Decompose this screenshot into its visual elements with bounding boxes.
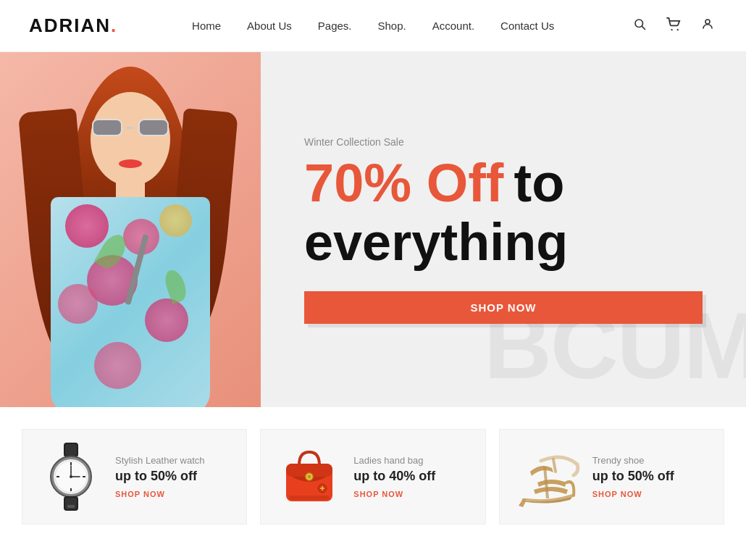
hero-section: BCUM Winter Collection Sale 70% Off to e… [0,52,746,407]
bag-info: Ladies hand bag up to 40% off SHOP NOW [353,455,435,498]
header-actions [630,14,717,37]
watch-info: Stylish Leather watch up to 50% off SHOP… [115,455,205,498]
shoes-discount: up to 50% off [592,469,674,484]
watch-discount: up to 50% off [115,469,205,484]
header: ADRIAN. Home About Us Pages. Shop. Accou… [0,0,746,52]
shop-now-button[interactable]: Shop Now [304,291,703,324]
product-card-shoes: Trendy shoe up to 50% off SHOP NOW [499,429,724,525]
logo: ADRIAN. [29,14,116,37]
svg-rect-19 [67,505,75,508]
fashion-figure [14,67,246,407]
svg-point-4 [705,20,710,24]
watch-name: Stylish Leather watch [115,455,205,466]
hero-image [0,52,261,407]
shoes-shop-link[interactable]: SHOP NOW [592,490,674,498]
nav-shop[interactable]: Shop. [377,20,406,32]
bag-svg [280,445,338,509]
product-card-bag: Ladies hand bag up to 40% off SHOP NOW [260,429,485,525]
main-nav: Home About Us Pages. Shop. Account. Cont… [192,20,554,32]
watch-shop-link[interactable]: SHOP NOW [115,490,205,498]
bag-name: Ladies hand bag [353,455,435,466]
svg-line-1 [642,26,645,29]
shoes-name: Trendy shoe [592,455,674,466]
search-button[interactable] [630,14,649,37]
nav-contact[interactable]: Contact Us [500,20,554,32]
nav-pages[interactable]: Pages. [318,20,352,32]
user-icon [701,17,714,30]
shoes-info: Trendy shoe up to 50% off SHOP NOW [592,455,674,498]
user-button[interactable] [698,14,717,37]
product-card-watch: Stylish Leather watch up to 50% off SHOP… [22,429,247,525]
bag-discount: up to 40% off [353,469,435,484]
nav-account[interactable]: Account. [432,20,474,32]
hero-everything: everything [304,216,703,268]
nav-about[interactable]: About Us [247,20,292,32]
bag-image [277,444,342,509]
hero-sale-line: 70% Off to [304,156,703,210]
hero-percent: 70% Off [304,156,504,210]
cart-icon [666,17,681,30]
hero-subtitle: Winter Collection Sale [304,136,703,148]
shoes-image [516,444,581,509]
products-section: Stylish Leather watch up to 50% off SHOP… [0,407,746,546]
hero-to: to [514,156,565,210]
bag-shop-link[interactable]: SHOP NOW [353,490,435,498]
cart-button[interactable] [663,14,684,37]
svg-point-3 [676,29,678,30]
hero-content: BCUM Winter Collection Sale 70% Off to e… [261,52,746,407]
shoes-svg [516,446,581,508]
watch-image [38,444,104,509]
svg-point-2 [671,29,672,30]
nav-home[interactable]: Home [192,20,221,32]
svg-rect-6 [65,444,77,456]
svg-point-16 [70,475,72,478]
svg-point-23 [308,475,311,479]
svg-rect-24 [289,496,330,500]
search-icon [633,17,646,30]
watch-svg [42,443,100,511]
